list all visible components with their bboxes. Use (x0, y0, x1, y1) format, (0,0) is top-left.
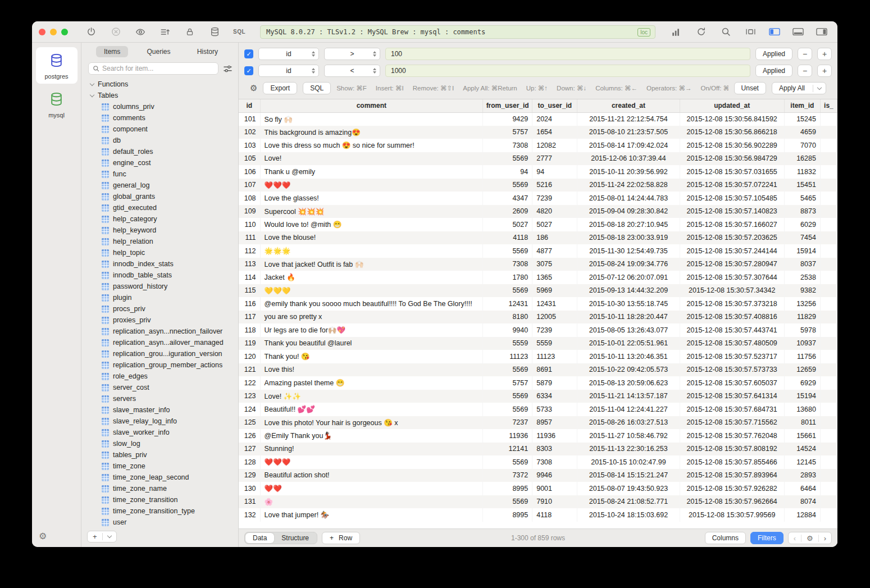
cell-is_[interactable] (820, 337, 837, 350)
cell-to_user_id[interactable]: 12431 (532, 297, 577, 311)
cell-created_at[interactable]: 2015-10-11 13:20:46.351 (577, 350, 680, 363)
cell-id[interactable]: 103 (239, 139, 260, 152)
cell-comment[interactable]: ❤️❤️ (260, 482, 483, 495)
filter-value-input[interactable] (385, 65, 750, 77)
cell-from_user_id[interactable]: 5569 (483, 284, 532, 298)
cell-comment[interactable]: you are so pretty x (260, 311, 483, 324)
cell-id[interactable]: 118 (239, 323, 260, 337)
cell-id[interactable]: 115 (239, 284, 260, 298)
cell-is_[interactable] (820, 271, 837, 284)
add-item-menu-button[interactable] (103, 531, 116, 542)
table-item-server_cost[interactable]: server_cost (81, 382, 238, 393)
filter-enabled-checkbox[interactable]: ✓ (244, 66, 253, 75)
cell-from_user_id[interactable]: 11936 (483, 429, 532, 443)
cell-id[interactable]: 119 (239, 337, 260, 350)
zoom-window-button[interactable] (61, 29, 68, 35)
cell-item_id[interactable]: 12659 (784, 363, 820, 377)
cell-comment[interactable]: Thank you! 😘 (260, 350, 483, 363)
focus-mode-icon[interactable] (745, 26, 756, 38)
cell-is_[interactable] (820, 112, 837, 126)
cell-comment[interactable]: So fly 🙌🏻 (260, 112, 483, 126)
cell-is_[interactable] (820, 297, 837, 311)
next-page-button[interactable]: › (819, 532, 831, 544)
cell-comment[interactable]: Love that jumper! 🏇 (260, 508, 483, 522)
cell-created_at[interactable]: 2015-08-18 23:00:33.919 (577, 231, 680, 245)
cell-comment[interactable]: Would love to! @mith 😁 (260, 218, 483, 231)
cell-from_user_id[interactable]: 7372 (483, 469, 532, 482)
toggle-bottom-panel-icon[interactable] (792, 26, 804, 38)
structure-view-tab[interactable]: Structure (274, 533, 316, 543)
cell-created_at[interactable]: 2015-08-07 19:43:50.923 (577, 482, 680, 495)
cell-is_[interactable] (820, 139, 837, 152)
cell-is_[interactable] (820, 495, 837, 509)
cell-updated_at[interactable]: 2015-12-08 15:30:56.902289 (680, 139, 784, 152)
table-item-slave_master_info[interactable]: slave_master_info (81, 404, 238, 416)
toggle-left-sidebar-icon[interactable] (769, 26, 780, 38)
cell-created_at[interactable]: 2015-09-04 09:28:30.842 (577, 205, 680, 218)
cell-to_user_id[interactable]: 8957 (532, 416, 577, 430)
cell-created_at[interactable]: 2015-08-24 21:08:52.771 (577, 495, 680, 509)
cell-from_user_id[interactable]: 5569 (483, 244, 532, 258)
cell-id[interactable]: 101 (239, 112, 260, 126)
cell-to_user_id[interactable]: 4877 (532, 244, 577, 258)
cell-id[interactable]: 127 (239, 443, 260, 456)
cell-item_id[interactable]: 15245 (784, 112, 820, 126)
cell-updated_at[interactable]: 2015-12-08 15:30:57.523717 (680, 350, 784, 363)
cell-from_user_id[interactable]: 5569 (483, 390, 532, 403)
cell-comment[interactable]: Supercool 💥💥💥 (260, 205, 483, 218)
table-item-db[interactable]: db (81, 135, 238, 146)
cell-from_user_id[interactable]: 9429 (483, 112, 532, 126)
table-item-role_edges[interactable]: role_edges (81, 371, 238, 382)
cell-created_at[interactable]: 2015-09-13 14:44:32.209 (577, 284, 680, 298)
cell-id[interactable]: 132 (239, 508, 260, 522)
table-item-time_zone_leap_second[interactable]: time_zone_leap_second (81, 472, 238, 483)
cell-updated_at[interactable]: 2015-12-08 15:30:57.166027 (680, 218, 784, 231)
connection-mysql[interactable]: mysql (36, 86, 78, 122)
cell-updated_at[interactable]: 2015-12-08 15:30:57.684731 (680, 403, 784, 416)
cell-to_user_id[interactable]: 2777 (532, 152, 577, 166)
filter-enabled-checkbox[interactable]: ✓ (244, 49, 253, 58)
cell-item_id[interactable]: 8037 (784, 258, 820, 271)
cell-item_id[interactable]: 13680 (784, 403, 820, 416)
filter-value-input[interactable] (385, 48, 750, 60)
preview-eye-icon[interactable] (135, 26, 146, 38)
cell-is_[interactable] (820, 218, 837, 231)
cell-comment[interactable]: Amazing pastel theme 😁 (260, 376, 483, 390)
cell-updated_at[interactable]: 2015-12-08 15:30:57.808192 (680, 443, 784, 456)
cell-from_user_id[interactable]: 7308 (483, 139, 532, 152)
cell-to_user_id[interactable]: 4820 (532, 205, 577, 218)
cell-from_user_id[interactable]: 5569 (483, 152, 532, 166)
cell-updated_at[interactable]: 2015-12-08 15:30:57.373218 (680, 297, 784, 311)
item-search-field[interactable] (88, 62, 218, 75)
cell-to_user_id[interactable]: 5733 (532, 403, 577, 416)
filter-operator-select[interactable]: < (324, 65, 380, 77)
cell-updated_at[interactable]: 2015-12-08 15:30:57.962664 (680, 495, 784, 509)
cell-comment[interactable]: @Emily Thank you💃🏿 (260, 429, 483, 443)
cell-updated_at[interactable]: 2015-12-08 15:30:57.307644 (680, 271, 784, 284)
cell-created_at[interactable]: 2015-08-24 19:09:34.776 (577, 258, 680, 271)
cell-is_[interactable] (820, 416, 837, 430)
cell-updated_at[interactable]: 2015-12-08 15:30:57.140823 (680, 205, 784, 218)
cell-comment[interactable]: Ur legs are to die for🙌🏼💖 (260, 323, 483, 337)
data-view-tab[interactable]: Data (245, 533, 274, 543)
cell-id[interactable]: 129 (239, 469, 260, 482)
cell-from_user_id[interactable]: 4118 (483, 231, 532, 245)
toggle-right-panel-icon[interactable] (816, 26, 827, 38)
cell-is_[interactable] (820, 231, 837, 245)
table-item-columns_priv[interactable]: columns_priv (81, 101, 238, 112)
cell-from_user_id[interactable]: 12431 (483, 297, 532, 311)
table-item-plugin[interactable]: plugin (81, 292, 238, 303)
cell-is_[interactable] (820, 469, 837, 482)
table-item-engine_cost[interactable]: engine_cost (81, 157, 238, 168)
cell-is_[interactable] (820, 311, 837, 324)
tree-group-tables[interactable]: Tables (81, 90, 238, 101)
sql-button[interactable]: SQL (303, 82, 331, 94)
cell-updated_at[interactable]: 2015-12-08 15:30:56.841592 (680, 112, 784, 126)
cell-from_user_id[interactable]: 5757 (483, 126, 532, 139)
cell-created_at[interactable]: 2015-11-27 10:58:46.792 (577, 429, 680, 443)
cell-updated_at[interactable]: 2015-12-08 15:30:57.244144 (680, 244, 784, 258)
add-filter-button[interactable]: + (817, 65, 832, 77)
table-item-slave_worker_info[interactable]: slave_worker_info (81, 427, 238, 438)
table-item-component[interactable]: component (81, 124, 238, 135)
cell-from_user_id[interactable]: 8180 (483, 311, 532, 324)
